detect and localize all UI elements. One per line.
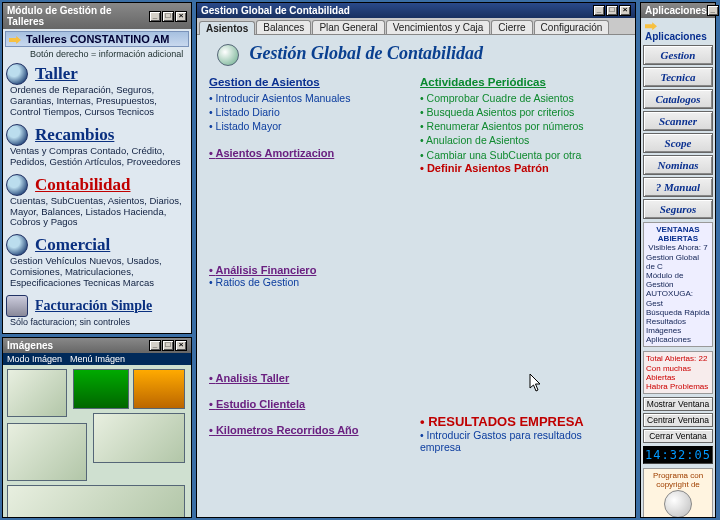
btn-seguros[interactable]: Seguros — [643, 199, 713, 219]
top-columns: Gestion de Asientos Introducir Asientos … — [209, 76, 623, 174]
section-contabilidad[interactable]: Contabilidad Cuentas, SubCuentas, Asient… — [4, 172, 190, 233]
recambios-title[interactable]: Recambios — [35, 125, 114, 144]
tab-cierre[interactable]: Cierre — [491, 20, 532, 34]
resultados-empresa[interactable]: RESULTADOS EMPRESA — [420, 414, 623, 429]
btn-gestion[interactable]: Gestion — [643, 45, 713, 65]
left-titlebar[interactable]: Módulo de Gestión de Talleres _ □ × — [3, 3, 191, 29]
thumbnail-image[interactable] — [7, 423, 87, 481]
analisis-taller[interactable]: Analisis Taller — [209, 372, 412, 384]
tab-plan-general[interactable]: Plan General — [312, 20, 384, 34]
minimize-icon[interactable]: _ — [707, 5, 719, 16]
clock-display: 14:32:05 — [643, 446, 713, 464]
open-window-item[interactable]: AUTOXUGA: Gest — [646, 289, 710, 307]
tab-vencimientos[interactable]: Vencimientos y Caja — [386, 20, 491, 34]
images-title: Imágenes — [7, 340, 53, 351]
images-titlebar[interactable]: Imágenes _ □ × — [3, 338, 191, 353]
recambios-icon — [6, 124, 28, 146]
close-icon[interactable]: × — [175, 340, 187, 351]
facturacion-title[interactable]: Facturación Simple — [35, 298, 152, 313]
item-busqueda-asientos[interactable]: Busqueda Asientos por criterios — [420, 105, 623, 119]
section-comercial[interactable]: Comercial Gestion Vehículos Nuevos, Usad… — [4, 232, 190, 293]
center-content: Gestión Global de Contabilidad Gestion d… — [197, 35, 635, 517]
item-listado-mayor[interactable]: Listado Mayor — [209, 119, 412, 133]
section-recambios[interactable]: Recambios Ventas y Compras Contado, Créd… — [4, 122, 190, 172]
images-body[interactable] — [3, 365, 191, 517]
thumbnail-image[interactable] — [93, 413, 185, 463]
introducir-gastos[interactable]: Introducir Gastos para resultados empres… — [420, 429, 623, 453]
images-tool-mode[interactable]: Modo Imágen — [7, 354, 62, 364]
item-cambiar-subcuenta[interactable]: Cambiar una SubCuenta por otra — [420, 148, 623, 162]
arrow-icon — [645, 22, 657, 30]
item-renumerar[interactable]: Renumerar Asientos por números — [420, 119, 623, 133]
contabilidad-title[interactable]: Contabilidad — [35, 175, 130, 194]
images-toolbar: Modo Imágen Menú Imágen — [3, 353, 191, 365]
images-tool-menu[interactable]: Menú Imágen — [70, 354, 125, 364]
thumbnail-image[interactable] — [133, 369, 185, 409]
analisis-financiero[interactable]: Análisis Financiero — [209, 264, 623, 276]
open-window-item[interactable]: Aplicaciones — [646, 335, 710, 344]
tab-asientos[interactable]: Asientos — [199, 21, 255, 35]
right-body: Aplicaciones Gestion Tecnica Catalogos S… — [641, 18, 715, 517]
facturacion-icon — [6, 295, 28, 317]
left-body: Talleres CONSTANTINO AM Botón derecho = … — [3, 29, 191, 333]
thumbnail-image[interactable] — [7, 485, 185, 517]
left-module-window: Módulo de Gestión de Talleres _ □ × Tall… — [2, 2, 192, 334]
definir-asientos-patron[interactable]: Definir Asientos Patrón — [420, 162, 623, 174]
right-title: Aplicaciones — [645, 5, 707, 16]
thumbnail-image[interactable] — [73, 369, 129, 409]
btn-scope[interactable]: Scope — [643, 133, 713, 153]
thumbnail-image[interactable] — [7, 369, 67, 417]
asientos-amortizacion[interactable]: Asientos Amortizacion — [209, 147, 412, 159]
btn-centrar-ventana[interactable]: Centrar Ventana — [643, 413, 713, 427]
images-window-controls: _ □ × — [149, 340, 187, 351]
ratios-gestion[interactable]: Ratios de Gestion — [209, 276, 623, 288]
maximize-icon[interactable]: □ — [606, 5, 618, 16]
section-facturacion[interactable]: Facturación Simple Sólo facturacion; sin… — [4, 293, 190, 331]
section-taller[interactable]: Taller Ordenes de Reparación, Seguros, G… — [4, 61, 190, 122]
btn-mostrar-ventana[interactable]: Mostrar Ventana — [643, 397, 713, 411]
kilometros-recorridos[interactable]: Kilometros Recorridos Año — [209, 424, 412, 436]
maximize-icon[interactable]: □ — [162, 340, 174, 351]
tabs: Asientos Balances Plan General Vencimien… — [197, 18, 635, 35]
btn-nominas[interactable]: Nominas — [643, 155, 713, 175]
open-window-item[interactable]: Gestion Global de C — [646, 253, 710, 271]
btn-manual[interactable]: ? Manual — [643, 177, 713, 197]
btn-tecnica[interactable]: Tecnica — [643, 67, 713, 87]
minimize-icon[interactable]: _ — [149, 11, 161, 22]
tab-configuracion[interactable]: Configuración — [534, 20, 610, 34]
close-icon[interactable]: × — [175, 11, 187, 22]
open-windows-visible: Visibles Ahora: 7 — [646, 243, 710, 252]
open-windows-box: VENTANAS ABIERTAS Visibles Ahora: 7 Gest… — [643, 222, 713, 347]
btn-cerrar-ventana[interactable]: Cerrar Ventana — [643, 429, 713, 443]
open-window-item[interactable]: Imágenes — [646, 326, 710, 335]
item-introducir-asientos[interactable]: Introducir Asientos Manuales — [209, 91, 412, 105]
minimize-icon[interactable]: _ — [149, 340, 161, 351]
estudio-clientela[interactable]: Estudio Clientela — [209, 398, 412, 410]
maximize-icon[interactable]: □ — [162, 11, 174, 22]
taller-title[interactable]: Taller — [35, 64, 78, 83]
item-anulacion[interactable]: Anulacion de Asientos — [420, 133, 623, 147]
gestion-asientos-heading[interactable]: Gestion de Asientos — [209, 76, 412, 88]
open-window-item[interactable]: Resultados — [646, 317, 710, 326]
btn-scanner[interactable]: Scanner — [643, 111, 713, 131]
open-window-item[interactable]: Búsqueda Rápida — [646, 308, 710, 317]
item-comprobar-cuadre[interactable]: Comprobar Cuadre de Asientos — [420, 91, 623, 105]
close-icon[interactable]: × — [619, 5, 631, 16]
hint-text: Botón derecho = información adicional — [4, 48, 190, 61]
comercial-title[interactable]: Comercial — [35, 235, 110, 254]
page-title: Gestión Global de Contabilidad — [217, 43, 623, 66]
habra-problemas: Habra Problemas — [646, 382, 710, 391]
left-subtitle: Talleres CONSTANTINO AM — [5, 31, 189, 47]
contabilidad-icon — [6, 174, 28, 196]
tab-balances[interactable]: Balances — [256, 20, 311, 34]
minimize-icon[interactable]: _ — [593, 5, 605, 16]
copyright-text: Programa con copyright de — [644, 471, 712, 489]
utilidades-link[interactable]: Utilidades — [4, 331, 190, 333]
open-window-item[interactable]: Módulo de Gestión — [646, 271, 710, 289]
center-window: Gestion Global de Contabilidad _ □ × Asi… — [196, 2, 636, 518]
right-titlebar[interactable]: Aplicaciones _ □ × — [641, 3, 715, 18]
actividades-heading[interactable]: Actividades Periódicas — [420, 76, 623, 88]
center-titlebar[interactable]: Gestion Global de Contabilidad _ □ × — [197, 3, 635, 18]
btn-catalogos[interactable]: Catalogos — [643, 89, 713, 109]
item-listado-diario[interactable]: Listado Diario — [209, 105, 412, 119]
